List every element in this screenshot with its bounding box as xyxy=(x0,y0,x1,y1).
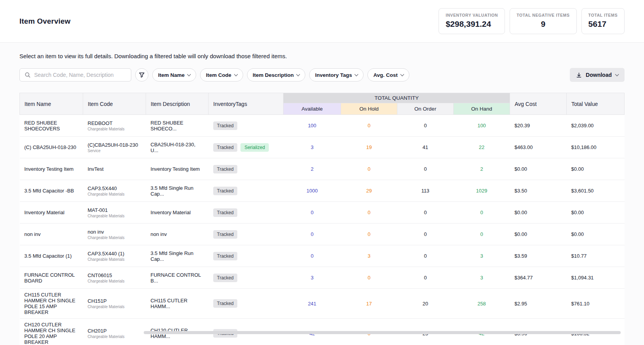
total-value-cell: $0.00 xyxy=(567,202,625,224)
item-description-cell: Inventory Material xyxy=(146,202,209,224)
instruction-text: Select an item to view its full details.… xyxy=(19,53,625,59)
total-value-cell: $10,186.00 xyxy=(567,137,625,158)
item-code-type: Chargeable Materials xyxy=(88,192,141,196)
item-code: CH201P xyxy=(88,328,141,334)
filter-button[interactable] xyxy=(135,68,148,81)
on-hand-cell: 1029 xyxy=(454,180,510,202)
search-box[interactable] xyxy=(19,68,131,81)
item-name-cell: (C) CBA25UH-018-230 xyxy=(20,137,83,158)
on-order-cell: 0 xyxy=(397,115,454,137)
table-row[interactable]: FURNACE CONTROL BOARD CNT06015 Chargeabl… xyxy=(20,267,625,289)
item-description-cell: CBA25UH-018-230, U... xyxy=(146,137,209,158)
on-order-cell: 20 xyxy=(397,289,454,319)
item-name-cell: 3.5 Mfd Capacitor -BB xyxy=(20,180,83,202)
filter-chips: Item Name Item Code Item Description Inv… xyxy=(152,68,409,81)
horizontal-scrollbar[interactable] xyxy=(144,331,621,334)
table-row[interactable]: 3.5 Mfd Capacitor -BB CAP3.5X440 Chargea… xyxy=(20,180,625,202)
column-header-item-description: Item Description xyxy=(146,93,209,115)
on-hold-cell: 3 xyxy=(341,245,397,267)
avg-cost-cell: $0.00 xyxy=(510,202,567,224)
item-code-cell: CAP3.5X440 (1) Chargeable Materials xyxy=(83,245,146,267)
available-cell: 241 xyxy=(284,289,341,319)
filter-chip-label: Avg. Cost xyxy=(373,72,398,78)
item-code-cell: non inv Chargeable Materials xyxy=(83,224,146,245)
tag-tracked: Tracked xyxy=(213,208,238,217)
avg-cost-cell: $2.95 xyxy=(510,289,567,319)
total-value-cell: $761.10 xyxy=(567,289,625,319)
on-hand-cell: 3 xyxy=(454,267,510,289)
chevron-down-icon xyxy=(615,72,619,76)
tag-tracked: Tracked xyxy=(213,252,238,260)
item-name-cell: CH120 CUTLER HAMMER CH SINGLE POLE 20 AM… xyxy=(20,319,83,345)
table-row[interactable]: 3.5 Mfd Capacitor (1) CAP3.5X440 (1) Cha… xyxy=(20,245,625,267)
item-code-type: Chargeable Materials xyxy=(88,335,141,339)
on-hand-cell: 258 xyxy=(454,289,510,319)
item-code-type: Chargeable Materials xyxy=(88,279,141,283)
chevron-down-icon xyxy=(187,72,191,76)
table-row[interactable]: CH115 CUTLER HAMMER CH SINGLE POLE 15 AM… xyxy=(20,289,625,319)
tag-tracked: Tracked xyxy=(213,165,238,173)
on-hand-cell: 0 xyxy=(454,224,510,245)
on-order-cell: 0 xyxy=(397,202,454,224)
on-order-cell: 0 xyxy=(397,267,454,289)
stat-card-total-items: TOTAL ITEMS 5617 xyxy=(581,8,625,34)
available-cell: 3 xyxy=(284,267,341,289)
table-row[interactable]: (C) CBA25UH-018-230 (C)CBA25UH-018-230 S… xyxy=(20,137,625,158)
column-header-item-code: Item Code xyxy=(83,93,146,115)
table-row[interactable]: RED SHUBEE SHOECOVERS REDBOOT Chargeable… xyxy=(20,115,625,137)
filter-chip-avg-cost[interactable]: Avg. Cost xyxy=(367,68,409,81)
items-table-wrap: Item Name Item Code Item Description Inv… xyxy=(19,93,625,345)
table-row[interactable]: non inv non inv Chargeable Materials non… xyxy=(20,224,625,245)
item-code-type: Chargeable Materials xyxy=(88,214,141,218)
available-cell: 3 xyxy=(284,137,341,158)
filter-chip-item-description[interactable]: Item Description xyxy=(247,68,306,81)
inventory-tags-cell: Tracked xyxy=(209,224,284,245)
avg-cost-cell: $0.00 xyxy=(510,158,567,180)
download-button[interactable]: Download xyxy=(570,68,625,82)
item-code: CNT06015 xyxy=(88,272,141,278)
on-hand-cell: 0 xyxy=(454,202,510,224)
main-content: Select an item to view its full details.… xyxy=(0,43,644,345)
avg-cost-cell: $3.59 xyxy=(510,245,567,267)
filter-chip-inventory-tags[interactable]: Inventory Tags xyxy=(309,68,364,81)
inventory-tags-cell: Tracked xyxy=(209,289,284,319)
item-code-type: Chargeable Materials xyxy=(88,305,141,309)
item-code: CAP3.5X440 xyxy=(88,186,141,191)
inventory-tags-cell: TrackedSerialized xyxy=(209,137,284,158)
item-code-cell: CNT06015 Chargeable Materials xyxy=(83,267,146,289)
stat-card-inventory-valuation: INVENTORY VALUATION $298,391.24 xyxy=(439,8,505,34)
inventory-tags-cell: Tracked xyxy=(209,267,284,289)
inventory-tags-cell: Tracked xyxy=(209,115,284,137)
inventory-tags-cell: Tracked xyxy=(209,180,284,202)
item-code: REDBOOT xyxy=(88,120,141,126)
item-code-type: Chargeable Materials xyxy=(88,127,141,131)
stat-label: INVENTORY VALUATION xyxy=(446,13,498,17)
table-row[interactable]: Inventory Material MAT-001 Chargeable Ma… xyxy=(20,202,625,224)
item-code-cell: CH201P Chargeable Materials xyxy=(83,319,146,345)
chevron-down-icon xyxy=(355,72,359,76)
tag-tracked: Tracked xyxy=(213,299,238,308)
available-cell: 0 xyxy=(284,202,341,224)
stat-value: 5617 xyxy=(588,19,618,29)
total-value-cell: $2,039.00 xyxy=(567,115,625,137)
column-header-on-hand: On Hand xyxy=(454,103,510,115)
search-input[interactable] xyxy=(34,72,126,78)
item-code-cell: MAT-001 Chargeable Materials xyxy=(83,202,146,224)
item-code: InvTest xyxy=(88,166,141,172)
on-hold-cell: 19 xyxy=(341,137,397,158)
inventory-tags-cell: Tracked xyxy=(209,158,284,180)
on-hold-cell: 0 xyxy=(341,158,397,180)
on-hold-cell: 0 xyxy=(341,224,397,245)
stat-value: $298,391.24 xyxy=(446,19,498,29)
page-title: Item Overview xyxy=(19,17,70,26)
on-order-cell: 113 xyxy=(397,180,454,202)
column-header-on-order: On Order xyxy=(397,103,454,115)
on-hold-cell: 29 xyxy=(341,180,397,202)
filter-chip-label: Inventory Tags xyxy=(315,72,352,78)
on-hold-cell: 0 xyxy=(341,115,397,137)
filter-chip-item-code[interactable]: Item Code xyxy=(200,68,243,81)
tag-tracked: Tracked xyxy=(213,230,238,239)
on-hand-cell: 100 xyxy=(454,115,510,137)
table-row[interactable]: Inventory Testing Item InvTest Inventory… xyxy=(20,158,625,180)
filter-chip-item-name[interactable]: Item Name xyxy=(152,68,196,81)
